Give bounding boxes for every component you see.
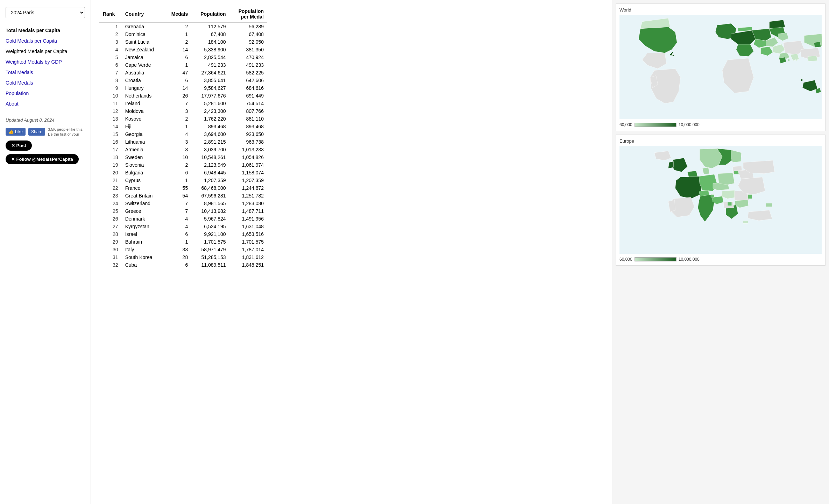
cell-country: Moldova bbox=[122, 107, 164, 115]
cell-country: Cyprus bbox=[122, 177, 164, 184]
cell-country: Lithuania bbox=[122, 138, 164, 146]
table-row: 30 Italy 33 58,971,479 1,787,014 bbox=[99, 246, 267, 253]
cell-rank: 26 bbox=[99, 215, 122, 223]
cell-population: 58,971,479 bbox=[191, 246, 229, 253]
sidebar: 2024 Paris 2020 Tokyo 2016 Rio 2012 Lond… bbox=[0, 0, 91, 504]
cell-medals: 26 bbox=[164, 92, 191, 100]
table-row: 16 Lithuania 3 2,891,215 963,738 bbox=[99, 138, 267, 146]
cell-country: Kosovo bbox=[122, 115, 164, 123]
eu-moldova bbox=[748, 194, 752, 199]
x-follow-button[interactable]: ✕ Follow @MedalsPerCapita bbox=[6, 154, 79, 164]
eu-cyprus bbox=[743, 221, 748, 223]
sidebar-item-gold-medals[interactable]: Gold Medals bbox=[6, 78, 85, 88]
cell-pop-per-medal: 807,766 bbox=[229, 107, 267, 115]
eu-portugal bbox=[668, 200, 675, 212]
grenada-path bbox=[672, 55, 674, 56]
sidebar-item-population[interactable]: Population bbox=[6, 88, 85, 99]
eu-france bbox=[675, 177, 702, 199]
cell-medals: 3 bbox=[164, 146, 191, 153]
sidebar-item-weighted-medals-by-gdp[interactable]: Weighted Medals by GDP bbox=[6, 57, 85, 67]
cell-population: 3,694,600 bbox=[191, 130, 229, 138]
sidebar-nav: Total Medals per Capita Gold Medals per … bbox=[6, 25, 85, 109]
table-row: 23 Great Britain 54 67,596,281 1,251,782 bbox=[99, 192, 267, 200]
cell-pop-per-medal: 1,283,080 bbox=[229, 200, 267, 207]
cell-rank: 20 bbox=[99, 169, 122, 177]
cell-rank: 7 bbox=[99, 69, 122, 77]
table-row: 18 Sweden 10 10,548,261 1,054,826 bbox=[99, 153, 267, 161]
cell-country: Grenada bbox=[122, 23, 164, 31]
sidebar-item-weighted-medals-per-capita[interactable]: Weighted Medals per Capita bbox=[6, 46, 85, 57]
table-row: 1 Grenada 2 112,579 56,289 bbox=[99, 23, 267, 31]
table-row: 20 Bulgaria 6 6,948,445 1,158,074 bbox=[99, 169, 267, 177]
fb-like-text: 3.5K people like this. Be the first of y… bbox=[48, 127, 84, 137]
fb-like-text-line2: Be the first of your bbox=[48, 132, 84, 137]
cell-rank: 22 bbox=[99, 184, 122, 192]
cell-pop-per-medal: 1,653,516 bbox=[229, 230, 267, 238]
table-row: 26 Denmark 4 5,967,824 1,491,956 bbox=[99, 215, 267, 223]
cell-rank: 18 bbox=[99, 153, 122, 161]
europe-map-container: Europe bbox=[616, 135, 826, 266]
col-header-rank: Rank bbox=[99, 7, 122, 23]
social-buttons: 👍 👍 Like Like Share 3.5K people like thi… bbox=[6, 127, 85, 164]
cell-country: New Zealand bbox=[122, 46, 164, 53]
cell-rank: 14 bbox=[99, 123, 122, 130]
fb-like-button[interactable]: 👍 👍 Like Like bbox=[6, 128, 26, 136]
kyrgyzstan-path bbox=[808, 56, 817, 62]
eu-iceland bbox=[654, 151, 671, 160]
cell-country: France bbox=[122, 184, 164, 192]
cell-medals: 54 bbox=[164, 192, 191, 200]
cell-population: 1,207,359 bbox=[191, 177, 229, 184]
cell-population: 17,977,676 bbox=[191, 92, 229, 100]
cell-pop-per-medal: 1,831,612 bbox=[229, 253, 267, 261]
cell-country: Saint Lucia bbox=[122, 38, 164, 46]
cell-medals: 7 bbox=[164, 200, 191, 207]
cell-population: 27,364,621 bbox=[191, 69, 229, 77]
fb-share-button[interactable]: Share bbox=[28, 128, 45, 136]
cell-medals: 2 bbox=[164, 115, 191, 123]
sidebar-item-gold-medals-per-capita[interactable]: Gold Medals per Capita bbox=[6, 36, 85, 46]
year-dropdown[interactable]: 2024 Paris 2020 Tokyo 2016 Rio 2012 Lond… bbox=[6, 7, 85, 18]
israel-path bbox=[788, 59, 789, 62]
cell-population: 10,413,982 bbox=[191, 207, 229, 215]
georgia-path bbox=[790, 54, 799, 61]
cell-population: 67,408 bbox=[191, 30, 229, 38]
cell-population: 6,524,195 bbox=[191, 223, 229, 230]
legend-max-label: 10,000,000 bbox=[679, 122, 700, 127]
cell-rank: 4 bbox=[99, 46, 122, 53]
table-row: 4 New Zealand 14 5,338,900 381,350 bbox=[99, 46, 267, 53]
cell-rank: 21 bbox=[99, 177, 122, 184]
sidebar-item-about[interactable]: About bbox=[6, 99, 85, 109]
cell-country: South Korea bbox=[122, 253, 164, 261]
cell-rank: 8 bbox=[99, 77, 122, 84]
cell-population: 5,967,824 bbox=[191, 215, 229, 223]
x-post-button[interactable]: ✕ Post bbox=[6, 141, 32, 151]
table-row: 19 Slovenia 2 2,123,949 1,061,974 bbox=[99, 161, 267, 169]
cell-population: 3,855,641 bbox=[191, 77, 229, 84]
world-map-svg bbox=[619, 15, 822, 120]
cell-pop-per-medal: 1,244,872 bbox=[229, 184, 267, 192]
cell-rank: 25 bbox=[99, 207, 122, 215]
saint-lucia-path bbox=[672, 52, 673, 53]
cell-pop-per-medal: 1,787,014 bbox=[229, 246, 267, 253]
cell-country: Jamaica bbox=[122, 53, 164, 61]
europe-map-legend: 60,000 10,000,000 bbox=[619, 257, 822, 262]
cell-medals: 6 bbox=[164, 169, 191, 177]
cell-country: Italy bbox=[122, 246, 164, 253]
cell-pop-per-medal: 1,158,074 bbox=[229, 169, 267, 177]
sidebar-item-total-medals-per-capita[interactable]: Total Medals per Capita bbox=[6, 25, 85, 36]
cell-rank: 10 bbox=[99, 92, 122, 100]
cell-pop-per-medal: 1,054,826 bbox=[229, 153, 267, 161]
table-row: 32 Cuba 6 11,089,511 1,848,251 bbox=[99, 261, 267, 269]
cell-rank: 9 bbox=[99, 84, 122, 92]
table-row: 31 South Korea 28 51,285,153 1,831,612 bbox=[99, 253, 267, 261]
cell-country: Cuba bbox=[122, 261, 164, 269]
cell-medals: 14 bbox=[164, 84, 191, 92]
table-row: 8 Croatia 6 3,855,641 642,606 bbox=[99, 77, 267, 84]
cell-rank: 3 bbox=[99, 38, 122, 46]
cell-pop-per-medal: 691,449 bbox=[229, 92, 267, 100]
cell-pop-per-medal: 1,013,233 bbox=[229, 146, 267, 153]
sidebar-item-total-medals[interactable]: Total Medals bbox=[6, 67, 85, 78]
cell-rank: 32 bbox=[99, 261, 122, 269]
cell-population: 112,579 bbox=[191, 23, 229, 31]
rankings-table: Rank Country Medals Population Populatio… bbox=[99, 7, 267, 269]
